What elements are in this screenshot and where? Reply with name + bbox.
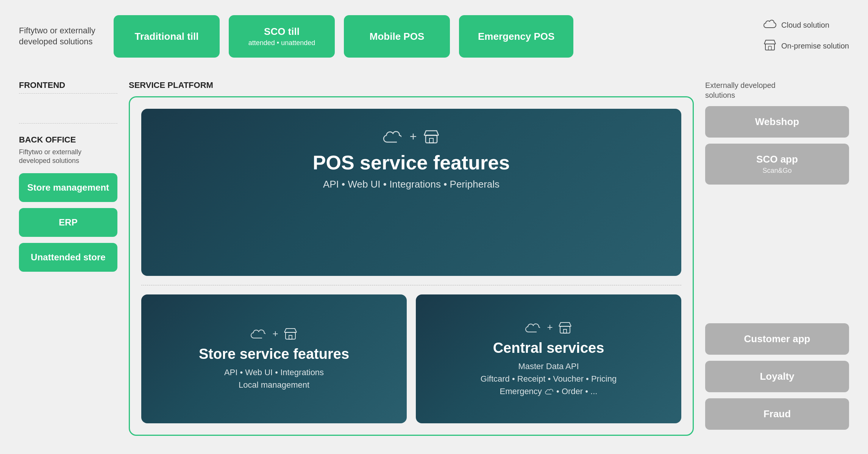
loyalty-button[interactable]: Loyalty: [705, 361, 849, 392]
store-service-icons: +: [250, 326, 298, 341]
unattended-store-button[interactable]: Unattended store: [19, 243, 117, 272]
pos-service-subtitle: API • Web UI • Integrations • Peripheral…: [156, 178, 666, 190]
center-platform: SERVICE PLATFORM +: [129, 80, 694, 436]
left-sidebar: FRONTEND BACK OFFICE Fiftytwo or externa…: [19, 80, 117, 436]
central-services-card: + Central services Master Data API G: [416, 294, 681, 424]
central-services-title: Central services: [493, 340, 604, 356]
cloud-legend-item: Cloud solution: [763, 19, 849, 32]
frontend-backoffice-divider: [19, 123, 117, 124]
central-services-icons: +: [525, 320, 572, 335]
cloud-legend-icon: [763, 19, 777, 32]
platform-border: + POS service features API • Web UI • In…: [129, 96, 694, 436]
svg-rect-1: [768, 46, 771, 50]
sco-app-button[interactable]: SCO app Scan&Go: [705, 144, 849, 185]
pos-service-icons: +: [156, 128, 666, 145]
pos-service-card: + POS service features API • Web UI • In…: [141, 109, 681, 276]
svg-rect-4: [560, 326, 570, 333]
mobile-pos-button[interactable]: Mobile POS: [344, 15, 450, 58]
platform-internal-divider: [141, 285, 681, 285]
service-platform-label: SERVICE PLATFORM: [129, 80, 694, 90]
store-legend-item: On-premise solution: [763, 38, 849, 54]
central-services-subtitle: Master Data API Giftcard • Receipt • Vou…: [481, 360, 617, 398]
store-service-card: + Store service features API • Web UI • …: [141, 294, 407, 424]
externally-label: Externally developed solutions: [705, 80, 849, 100]
bottom-cards-row: + Store service features API • Web UI • …: [141, 294, 681, 424]
store-legend-label: On-premise solution: [781, 42, 849, 50]
frontend-label: FRONTEND: [19, 80, 117, 94]
cloud-legend-label: Cloud solution: [781, 21, 829, 30]
store-service-title: Store service features: [199, 346, 349, 362]
right-sidebar: Externally developed solutions Webshop S…: [705, 80, 849, 436]
store-management-button[interactable]: Store management: [19, 173, 117, 202]
erp-button[interactable]: ERP: [19, 208, 117, 237]
fraud-button[interactable]: Fraud: [705, 398, 849, 430]
pos-service-title: POS service features: [156, 151, 666, 174]
back-office-label: BACK OFFICE: [19, 135, 117, 145]
svg-rect-2: [426, 135, 437, 143]
store-legend-icon: [763, 38, 777, 54]
pos-buttons: Traditional till SCO till attended • una…: [114, 15, 748, 58]
top-row: Fiftytwo or externally developed solutio…: [19, 15, 849, 58]
back-office-sub: Fiftytwo or externally developed solutio…: [19, 148, 117, 166]
svg-rect-3: [286, 332, 295, 339]
fiftytwo-label: Fiftytwo or externally developed solutio…: [19, 25, 102, 47]
legend: Cloud solution On-premise solution: [763, 19, 849, 54]
customer-app-button[interactable]: Customer app: [705, 323, 849, 355]
store-service-subtitle: API • Web UI • IntegrationsLocal managem…: [224, 366, 324, 391]
traditional-till-button[interactable]: Traditional till: [114, 15, 220, 58]
svg-rect-0: [765, 44, 774, 50]
emergency-pos-button[interactable]: Emergency POS: [459, 15, 573, 58]
main-container: Fiftytwo or externally developed solutio…: [0, 0, 868, 454]
webshop-button[interactable]: Webshop: [705, 106, 849, 138]
content-area: FRONTEND BACK OFFICE Fiftytwo or externa…: [19, 80, 849, 436]
sco-till-button[interactable]: SCO till attended • unattended: [229, 15, 335, 58]
